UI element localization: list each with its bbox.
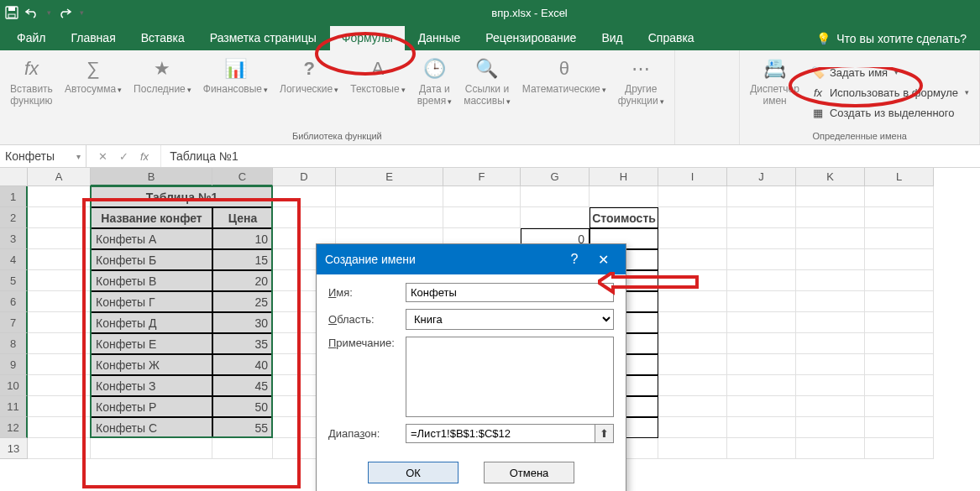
table-row[interactable]: 55	[212, 417, 273, 438]
name-input[interactable]	[406, 283, 614, 302]
table-row[interactable]: Конфеты Д	[91, 312, 212, 333]
financial-button[interactable]: 📊 Финансовые▾	[198, 54, 273, 131]
table-row[interactable]: Конфеты Е	[91, 333, 212, 354]
define-name-button[interactable]: 🏷️ Задать имя ▾	[806, 63, 974, 81]
row-header-1[interactable]: 1	[0, 186, 28, 207]
cancel-button[interactable]: Отмена	[484, 462, 574, 483]
column-header-I[interactable]: I	[658, 168, 727, 186]
enter-check-icon[interactable]: ✓	[119, 150, 128, 163]
table-row[interactable]: Конфеты З	[91, 375, 212, 396]
column-header-K[interactable]: K	[796, 168, 865, 186]
save-icon[interactable]	[5, 6, 18, 19]
column-header-J[interactable]: J	[727, 168, 796, 186]
logical-button[interactable]: ? Логические▾	[275, 54, 343, 131]
tab-formulas[interactable]: Формулы	[330, 26, 405, 50]
more-functions-button[interactable]: ⋯ Другиефункции▾	[613, 54, 669, 131]
range-input[interactable]	[406, 424, 595, 443]
formula-input[interactable]: Таблица №1	[161, 149, 980, 163]
recent-functions-button[interactable]: ★ Последние▾	[128, 54, 197, 131]
row-header-11[interactable]: 11	[0, 396, 28, 417]
column-header-B[interactable]: B	[91, 168, 212, 186]
tell-me-search[interactable]: 💡 Что вы хотите сделать?	[808, 32, 975, 50]
dialog-title-text: Создание имени	[325, 253, 416, 266]
create-from-selection-button[interactable]: ▦ Создать из выделенного	[806, 103, 974, 122]
select-all-corner[interactable]	[0, 168, 28, 186]
tab-page-layout[interactable]: Разметка страницы	[198, 26, 328, 50]
table-row[interactable]: 10	[212, 228, 273, 249]
name-box[interactable]: Конфеты	[0, 145, 86, 167]
row-header-5[interactable]: 5	[0, 270, 28, 291]
row-header-12[interactable]: 12	[0, 417, 28, 438]
column-header-F[interactable]: F	[443, 168, 521, 186]
formula-bar: Конфеты ✕ ✓ fx Таблица №1	[0, 145, 980, 168]
table-row[interactable]: Конфеты Р	[91, 396, 212, 417]
range-picker-button[interactable]: ⬆	[595, 424, 614, 443]
table-row[interactable]: Конфеты А	[91, 228, 212, 249]
table-row[interactable]: 50	[212, 396, 273, 417]
tab-file[interactable]: Файл	[5, 26, 57, 50]
insert-function-button[interactable]: fx Вставитьфункцию	[5, 54, 58, 131]
table-row[interactable]: 40	[212, 354, 273, 375]
text-functions-button[interactable]: A Текстовые▾	[345, 54, 410, 131]
fx-label-icon[interactable]: fx	[140, 150, 149, 163]
table1-header-name[interactable]: Название конфет	[91, 207, 212, 228]
column-header-G[interactable]: G	[521, 168, 590, 186]
cancel-x-icon[interactable]: ✕	[98, 150, 107, 163]
column-header-D[interactable]: D	[273, 168, 336, 186]
table-row[interactable]: 25	[212, 291, 273, 312]
row-header-10[interactable]: 10	[0, 375, 28, 396]
autosum-button[interactable]: ∑ Автосумма▾	[60, 54, 127, 131]
column-header-C[interactable]: C	[212, 168, 273, 186]
table-row[interactable]: 35	[212, 333, 273, 354]
worksheet[interactable]: ABCDEFGHIJKL12345678910111213Таблица №1Н…	[0, 168, 980, 186]
table1-title[interactable]: Таблица №1	[91, 186, 273, 207]
dialog-close-button[interactable]: ✕	[589, 249, 617, 269]
table1-header-price[interactable]: Цена	[212, 207, 273, 228]
dialog-help-button[interactable]: ?	[560, 249, 589, 269]
comment-textarea[interactable]	[406, 337, 614, 417]
ok-button[interactable]: ОК	[368, 462, 459, 483]
table-row[interactable]: Конфеты Б	[91, 249, 212, 270]
math-button[interactable]: θ Математические▾	[517, 54, 611, 131]
tab-view[interactable]: Вид	[590, 26, 634, 50]
name-manager-button[interactable]: 📇 Диспетчеримен	[745, 54, 804, 131]
tab-help[interactable]: Справка	[637, 26, 706, 50]
scope-label: Область:	[328, 313, 397, 326]
row-header-13[interactable]: 13	[0, 438, 28, 459]
column-header-H[interactable]: H	[590, 168, 658, 186]
table-row[interactable]: Конфеты С	[91, 417, 212, 438]
row-header-9[interactable]: 9	[0, 354, 28, 375]
formula-bar-buttons: ✕ ✓ fx	[86, 145, 161, 167]
redo-icon[interactable]	[58, 6, 71, 19]
tab-home[interactable]: Главная	[59, 26, 127, 50]
row-header-8[interactable]: 8	[0, 333, 28, 354]
column-header-L[interactable]: L	[865, 168, 934, 186]
row-header-6[interactable]: 6	[0, 291, 28, 312]
dialog-titlebar[interactable]: Создание имени ? ✕	[317, 244, 626, 274]
column-header-E[interactable]: E	[336, 168, 443, 186]
use-in-formula-button[interactable]: fx Использовать в формуле ▾	[806, 83, 974, 102]
table-row[interactable]: Конфеты Ж	[91, 354, 212, 375]
row-header-3[interactable]: 3	[0, 228, 28, 249]
table-row[interactable]: Конфеты В	[91, 270, 212, 291]
clock-icon: 🕒	[421, 55, 448, 82]
ribbon-tabs: Файл Главная Вставка Разметка страницы Ф…	[0, 25, 980, 50]
row-header-4[interactable]: 4	[0, 249, 28, 270]
row-header-7[interactable]: 7	[0, 312, 28, 333]
tab-insert[interactable]: Вставка	[129, 26, 197, 50]
tab-review[interactable]: Рецензирование	[474, 26, 588, 50]
undo-dropdown-icon[interactable]: ▾	[47, 8, 51, 17]
table2-header-cost[interactable]: Стоимость	[590, 207, 658, 228]
column-header-A[interactable]: A	[28, 168, 91, 186]
date-time-button[interactable]: 🕒 Дата ивремя▾	[412, 54, 457, 131]
undo-icon[interactable]	[25, 6, 39, 19]
tab-data[interactable]: Данные	[406, 26, 473, 50]
table-row[interactable]: 15	[212, 249, 273, 270]
table-row[interactable]: 45	[212, 375, 273, 396]
lookup-button[interactable]: 🔍 Ссылки имассивы▾	[459, 54, 516, 131]
row-header-2[interactable]: 2	[0, 207, 28, 228]
table-row[interactable]: 30	[212, 312, 273, 333]
table-row[interactable]: Конфеты Г	[91, 291, 212, 312]
scope-select[interactable]: Книга	[406, 309, 614, 330]
table-row[interactable]: 20	[212, 270, 273, 291]
